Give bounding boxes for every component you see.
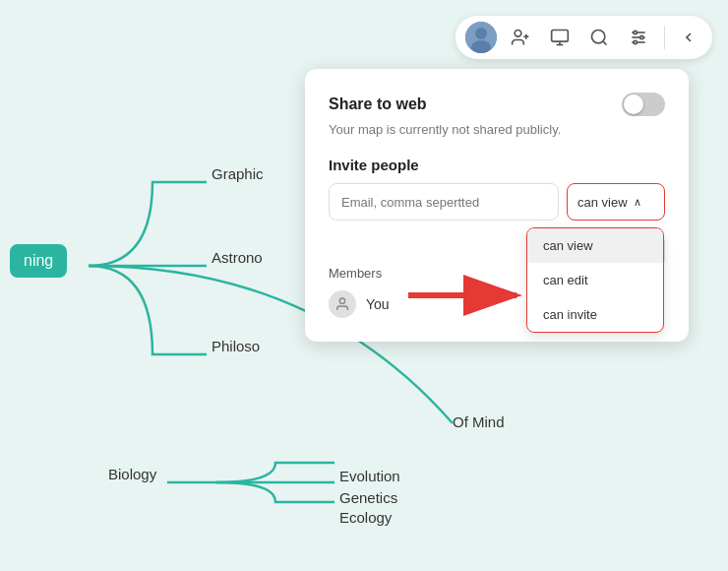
add-user-icon[interactable] xyxy=(505,22,536,53)
share-to-web-row: Share to web xyxy=(329,93,665,116)
svg-point-14 xyxy=(634,31,637,33)
collapse-button[interactable] xyxy=(675,24,702,51)
svg-line-10 xyxy=(603,41,607,45)
svg-point-1 xyxy=(475,28,487,39)
root-node: ning xyxy=(10,244,67,278)
invite-section: Invite people can view ∧ can view can ed… xyxy=(329,157,665,318)
svg-point-16 xyxy=(634,40,637,43)
share-to-web-title: Share to web xyxy=(329,95,427,113)
share-to-web-section: Share to web Your map is currently not s… xyxy=(329,93,665,137)
permission-selected-label: can view xyxy=(577,195,628,210)
node-evolution: Evolution xyxy=(339,468,400,484)
toggle-knob xyxy=(624,95,643,114)
search-icon[interactable] xyxy=(583,22,615,53)
node-graphic: Graphic xyxy=(212,165,264,182)
toolbar xyxy=(455,16,712,59)
node-genetics: Genetics xyxy=(339,489,397,506)
chevron-up-icon: ∧ xyxy=(634,196,641,209)
toolbar-divider xyxy=(664,26,665,49)
dropdown-option-can-invite[interactable]: can invite xyxy=(527,297,663,332)
svg-point-3 xyxy=(515,31,521,37)
avatar[interactable] xyxy=(465,22,497,53)
node-philoso: Philoso xyxy=(212,338,260,354)
svg-point-9 xyxy=(592,31,605,43)
node-biology: Biology xyxy=(108,466,156,482)
member-you-label: You xyxy=(366,296,390,312)
svg-rect-6 xyxy=(552,31,569,42)
permission-dropdown-menu: can view can edit can invite xyxy=(526,227,664,333)
invite-title: Invite people xyxy=(329,157,665,173)
present-icon[interactable] xyxy=(544,22,576,53)
node-ecology: Ecology xyxy=(339,509,392,526)
permission-dropdown[interactable]: can view ∧ can view can edit can invite xyxy=(567,183,665,221)
node-astrono: Astrono xyxy=(212,249,263,266)
share-subtitle: Your map is currently not shared publicl… xyxy=(329,122,665,137)
invite-row: can view ∧ can view can edit can invite xyxy=(329,183,665,221)
dropdown-option-can-edit[interactable]: can edit xyxy=(527,263,663,297)
share-toggle[interactable] xyxy=(622,93,665,116)
svg-point-17 xyxy=(339,298,344,303)
member-icon xyxy=(329,290,356,318)
dropdown-option-can-view[interactable]: can view xyxy=(527,228,663,263)
share-panel: Share to web Your map is currently not s… xyxy=(305,69,689,342)
node-of-mind: Of Mind xyxy=(453,413,505,430)
svg-point-15 xyxy=(640,35,643,38)
email-input[interactable] xyxy=(329,183,559,221)
settings-icon[interactable] xyxy=(623,22,654,53)
